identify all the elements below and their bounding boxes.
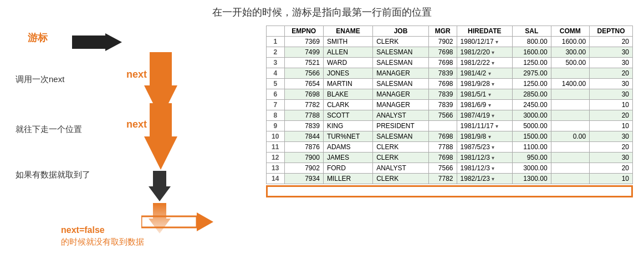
table-cell-comm [551, 110, 590, 121]
table-cell-hiredate: 1982/1/23 ▾ [457, 174, 512, 184]
col-header-hiredate: HIREDATE [457, 26, 512, 37]
table-cell-comm: 500.00 [551, 58, 590, 68]
table-cell-empno: 7839 [284, 121, 323, 131]
table-cell-mgr: 7839 [428, 100, 457, 110]
table-row: 57654MARTINSALESMAN76981981/9/28 ▾1250.0… [267, 79, 633, 89]
table-row: 17369SMITHCLERK79021980/12/17 ▾800.00160… [267, 37, 633, 47]
table-row: 77782CLARKMANAGER78391981/6/9 ▾2450.0010 [267, 100, 633, 110]
table-cell-deptno: 10 [590, 174, 633, 184]
table-cell-hiredate: 1987/5/23 ▾ [457, 142, 512, 153]
table-cell-sal: 1250.00 [512, 58, 551, 68]
col-header-ename: ENAME [323, 26, 372, 37]
table-cell-sal: 2450.00 [512, 100, 551, 110]
table-cell-empno: 7369 [284, 37, 323, 47]
table-cell-deptno: 30 [590, 47, 633, 58]
table-cell-sal: 3000.00 [512, 110, 551, 121]
table-cell-ename: MILLER [323, 174, 372, 184]
table-row-num: 3 [267, 58, 285, 68]
table-row-num: 10 [267, 131, 285, 142]
table-cell-comm: 1400.00 [551, 79, 590, 89]
table-cell-ename: SCOTT [323, 110, 372, 121]
next-false-sub: 的时候就没有取到数据 [61, 237, 144, 247]
table-cell-comm: 0.00 [551, 131, 590, 142]
table-cell-empno: 7844 [284, 131, 323, 142]
table-cell-job: SALESMAN [373, 79, 429, 89]
table-row: 107844TUR%NETSALESMAN76981981/9/8 ▾1500.… [267, 131, 633, 142]
table-cell-comm [551, 89, 590, 100]
table-cell-deptno: 10 [590, 121, 633, 131]
table-row-num: 4 [267, 68, 285, 79]
table-cell-ename: JONES [323, 68, 372, 79]
table-cell-mgr: 7566 [428, 163, 457, 174]
table-cell-mgr: 7698 [428, 79, 457, 89]
table-cell-deptno: 20 [590, 37, 633, 47]
table-cell-comm [551, 142, 590, 153]
table-row: 87788SCOTTANALYST75661987/4/19 ▾3000.002… [267, 110, 633, 121]
table-cell-hiredate: 1981/5/1 ▾ [457, 89, 512, 100]
table-cell-mgr: 7698 [428, 153, 457, 163]
table-cell-deptno: 10 [590, 100, 633, 110]
table-cell-ename: ALLEN [323, 47, 372, 58]
table-cell-ename: WARD [323, 58, 372, 68]
table-cell-hiredate: 1981/4/2 ▾ [457, 68, 512, 79]
svg-marker-0 [72, 33, 122, 51]
svg-marker-6 [197, 212, 213, 231]
table-cell-comm [551, 163, 590, 174]
main-container: 在一开始的时候，游标是指向最第一行前面的位置 游标 调用一次next next [0, 0, 644, 279]
table-cell-sal: 950.00 [512, 153, 551, 163]
table-row-num: 5 [267, 79, 285, 89]
table-cell-deptno: 30 [590, 58, 633, 68]
table-cell-mgr: 7839 [428, 89, 457, 100]
col-header-empno: EMPNO [284, 26, 323, 37]
content-area: 游标 调用一次next next 就往下走一个位置 next [11, 26, 633, 264]
table-cell-job: SALESMAN [373, 58, 429, 68]
table-cell-comm [551, 100, 590, 110]
table-cell-ename: ADAMS [323, 142, 372, 153]
table-cell-job: PRESIDENT [373, 121, 429, 131]
table-cell-job: SALESMAN [373, 47, 429, 58]
right-panel: EMPNO ENAME JOB MGR HIREDATE SAL COMM DE… [266, 26, 633, 197]
col-header-deptno: DEPTNO [590, 26, 633, 37]
table-cell-ename: KING [323, 121, 372, 131]
table-row-num: 8 [267, 110, 285, 121]
table-cell-job: ANALYST [373, 110, 429, 121]
table-cell-empno: 7654 [284, 79, 323, 89]
table-cell-ename: BLAKE [323, 89, 372, 100]
table-cell-hiredate: 1981/2/20 ▾ [457, 47, 512, 58]
table-cell-job: CLERK [373, 37, 429, 47]
table-cell-sal: 1250.00 [512, 79, 551, 89]
table-cell-mgr: 7902 [428, 37, 457, 47]
table-cell-sal: 5000.00 [512, 121, 551, 131]
table-cell-mgr: 7782 [428, 174, 457, 184]
table-cell-empno: 7902 [284, 163, 323, 174]
table-row-num: 11 [267, 142, 285, 153]
text-label-get-data: 如果有数据就取到了 [16, 170, 90, 180]
table-row-num: 12 [267, 153, 285, 163]
table-cell-sal: 3000.00 [512, 163, 551, 174]
table-cell-sal: 1100.00 [512, 142, 551, 153]
small-black-arrow [149, 171, 171, 204]
table-row-num: 7 [267, 100, 285, 110]
table-cell-job: CLERK [373, 174, 429, 184]
table-cell-hiredate: 1980/12/17 ▾ [457, 37, 512, 47]
table-cell-ename: CLARK [323, 100, 372, 110]
table-cell-empno: 7788 [284, 110, 323, 121]
table-row: 37521WARDSALESMAN76981981/2/22 ▾1250.005… [267, 58, 633, 68]
table-cell-hiredate: 1981/12/3 ▾ [457, 163, 512, 174]
table-cell-mgr [428, 121, 457, 131]
table-cell-sal: 1300.00 [512, 174, 551, 184]
table-cell-deptno: 20 [590, 110, 633, 121]
table-cell-deptno: 30 [590, 79, 633, 89]
svg-rect-5 [141, 216, 197, 227]
table-cell-job: CLERK [373, 153, 429, 163]
right-arrow-outline [141, 212, 213, 234]
page-title: 在一开始的时候，游标是指向最第一行前面的位置 [11, 6, 633, 19]
table-row: 137902FORDANALYST75661981/12/3 ▾3000.002… [267, 163, 633, 174]
svg-marker-3 [149, 171, 171, 201]
table-row-num: 1 [267, 37, 285, 47]
table-cell-ename: JAMES [323, 153, 372, 163]
table-cell-deptno: 20 [590, 163, 633, 174]
table-cell-deptno: 30 [590, 89, 633, 100]
table-cell-empno: 7900 [284, 153, 323, 163]
table-cell-job: SALESMAN [373, 131, 429, 142]
